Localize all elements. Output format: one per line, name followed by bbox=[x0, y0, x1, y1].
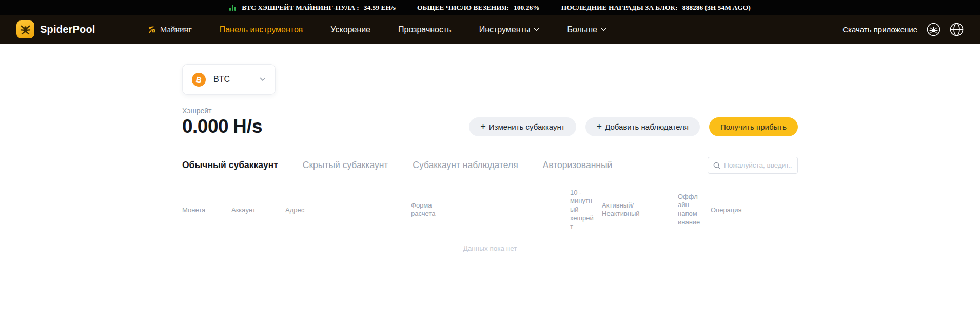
pool-hashrate-stat: BTC ХЭШРЕЙТ МАЙНИНГ-ПУЛА : 34.59 EH/s bbox=[229, 4, 396, 12]
tab-watcher-subaccount[interactable]: Субаккаунт наблюдателя bbox=[413, 160, 518, 171]
last-block-value: 888286 (3H 54M AGO) bbox=[682, 4, 751, 12]
last-block-stat: ПОСЛЕДНИЕ НАГРАДЫ ЗА БЛОК: 888286 (3H 54… bbox=[561, 4, 751, 12]
brand-name: SpiderPool bbox=[40, 24, 95, 35]
nav-item-more[interactable]: Больше bbox=[567, 25, 606, 34]
nav-item-mining[interactable]: B Майнинг bbox=[147, 25, 192, 34]
search-input[interactable] bbox=[724, 161, 792, 169]
tab-normal-subaccount[interactable]: Обычный субаккаунт bbox=[182, 160, 278, 171]
pickaxe-icon: B bbox=[147, 25, 156, 34]
nav-item-label: Ускорение bbox=[330, 25, 370, 34]
col-header-operation: Операция bbox=[711, 205, 742, 214]
spider-logo-icon bbox=[16, 20, 34, 38]
get-profit-button[interactable]: Получить прибыть bbox=[709, 117, 798, 136]
add-watcher-button[interactable]: Добавить наблюдателя bbox=[585, 117, 700, 136]
col-header-active-inactive: Активный/ Неактивный bbox=[602, 201, 658, 219]
nav-item-tools[interactable]: Инструменты bbox=[479, 25, 540, 34]
coin-selector-dropdown[interactable]: B BTC bbox=[182, 64, 276, 95]
hashrate-row: 0.000 H/s Изменить субаккаунт Добавить н… bbox=[182, 116, 798, 137]
table-header-row: Монета Аккаунт Адрес Форма расчета 10 - … bbox=[182, 187, 798, 233]
nav-item-label: Прозрачность bbox=[398, 25, 452, 34]
luck-label: ОБЩЕЕ ЧИСЛО ВЕЗЕНИЯ: bbox=[417, 4, 509, 12]
col-header-account: Аккаунт bbox=[231, 205, 256, 214]
plus-icon bbox=[597, 122, 602, 131]
luck-value: 100.26% bbox=[514, 4, 540, 12]
last-block-label: ПОСЛЕДНИЕ НАГРАДЫ ЗА БЛОК: bbox=[561, 4, 678, 12]
pool-hashrate-value: 34.59 EH/s bbox=[364, 4, 396, 12]
pool-hashrate-label: BTC ХЭШРЕЙТ МАЙНИНГ-ПУЛА : bbox=[242, 4, 359, 12]
search-box[interactable] bbox=[708, 157, 798, 174]
col-header-coin: Монета bbox=[182, 205, 205, 214]
coin-selected-label: BTC bbox=[213, 75, 230, 84]
chevron-down-icon bbox=[260, 77, 266, 81]
nav-menu: B Майнинг Панель инструментов Ускорение … bbox=[147, 25, 606, 34]
plus-icon bbox=[480, 122, 486, 131]
chevron-down-icon bbox=[534, 28, 539, 31]
empty-state-text: Данных пока нет bbox=[182, 244, 798, 252]
chevron-down-icon bbox=[601, 28, 606, 31]
edit-subaccount-label: Изменить субаккаунт bbox=[489, 122, 565, 131]
stats-ticker-bar: BTC ХЭШРЕЙТ МАЙНИНГ-ПУЛА : 34.59 EH/s ОБ… bbox=[0, 0, 980, 15]
edit-subaccount-button[interactable]: Изменить субаккаунт bbox=[469, 117, 576, 136]
hashrate-label: Хэшрейт bbox=[182, 107, 798, 115]
nav-item-label: Майнинг bbox=[160, 25, 192, 34]
main-navbar: SpiderPool B Майнинг Панель инструментов… bbox=[0, 15, 980, 44]
col-header-settlement-form: Форма расчета bbox=[411, 201, 452, 219]
hashrate-unit: H/s bbox=[233, 116, 263, 137]
search-icon bbox=[713, 162, 720, 169]
nav-item-dashboard[interactable]: Панель инструментов bbox=[220, 25, 303, 34]
action-buttons: Изменить субаккаунт Добавить наблюдателя… bbox=[469, 117, 798, 136]
tab-hidden-subaccount[interactable]: Скрытый субаккаунт bbox=[303, 160, 388, 171]
get-profit-label: Получить прибыть bbox=[720, 122, 787, 131]
nav-item-label: Инструменты bbox=[479, 25, 531, 34]
spider-circle-icon[interactable] bbox=[927, 23, 940, 36]
col-header-address: Адрес bbox=[285, 205, 304, 214]
nav-item-label: Больше bbox=[567, 25, 597, 34]
tab-authorized[interactable]: Авторизованный bbox=[543, 160, 613, 171]
svg-text:B: B bbox=[152, 29, 154, 32]
nav-item-label: Панель инструментов bbox=[220, 25, 303, 34]
dashboard-main: B BTC Хэшрейт 0.000 H/s Изменить субакка… bbox=[182, 44, 798, 252]
globe-icon[interactable] bbox=[950, 23, 964, 36]
bar-chart-icon bbox=[229, 5, 236, 11]
add-watcher-label: Добавить наблюдателя bbox=[605, 122, 689, 131]
hashrate-value: 0.000 bbox=[182, 116, 228, 137]
nav-item-boost[interactable]: Ускорение bbox=[330, 25, 370, 34]
download-app-link[interactable]: Скачать приложение bbox=[842, 25, 917, 34]
subaccount-tabs: Обычный субаккаунт Скрытый субаккаунт Су… bbox=[182, 157, 798, 174]
nav-right-actions: Скачать приложение bbox=[842, 23, 964, 36]
nav-item-transparency[interactable]: Прозрачность bbox=[398, 25, 452, 34]
col-header-10min-hashrate: 10 - минутный хешрейт bbox=[570, 188, 594, 231]
brand-logo-link[interactable]: SpiderPool bbox=[16, 20, 95, 38]
bitcoin-icon: B bbox=[192, 73, 206, 87]
luck-stat: ОБЩЕЕ ЧИСЛО ВЕЗЕНИЯ: 100.26% bbox=[417, 4, 540, 12]
col-header-offline-reminder: Оффлайн напоминание bbox=[678, 193, 700, 228]
